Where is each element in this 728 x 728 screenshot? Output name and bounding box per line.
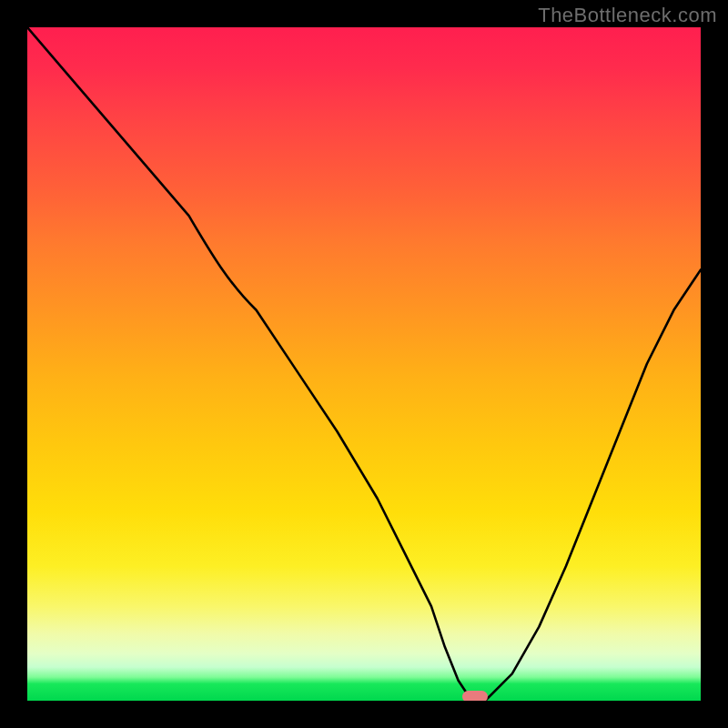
chart-frame: TheBottleneck.com: [0, 0, 728, 728]
optimal-marker: [462, 691, 488, 701]
watermark-text: TheBottleneck.com: [538, 4, 717, 27]
curve-layer: [27, 27, 701, 701]
bottleneck-curve: [27, 27, 701, 701]
plot-area: [27, 27, 701, 701]
